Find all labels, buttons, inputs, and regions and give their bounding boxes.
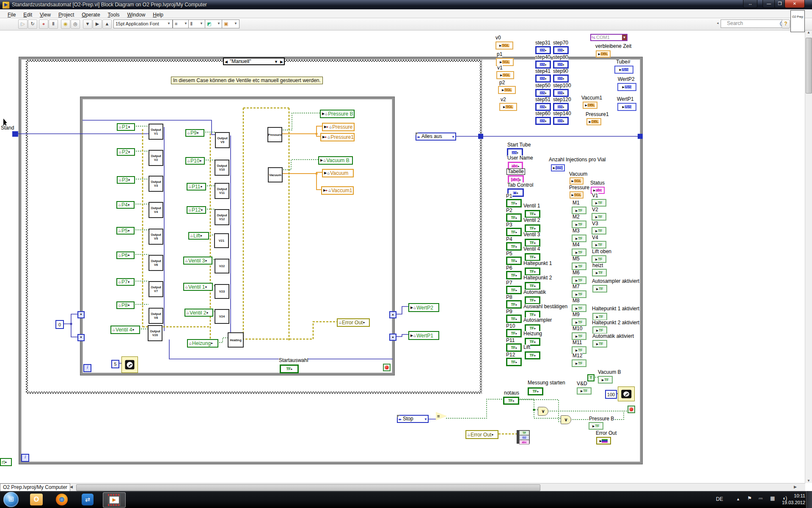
vi-v21[interactable]: V21 xyxy=(214,233,229,248)
enum-dropdown-icon[interactable]: ▼ xyxy=(451,134,455,140)
run-continuous-button[interactable]: ↻ xyxy=(28,19,37,29)
menu-project[interactable]: Project xyxy=(55,11,78,19)
or-gate-1[interactable]: ∨ xyxy=(538,407,548,416)
show-desktop-button[interactable] xyxy=(806,491,812,508)
local-p4[interactable]: ⌂P4▸ xyxy=(116,201,135,209)
const-0[interactable]: 0 xyxy=(55,320,64,329)
pressure-b-ind[interactable]: ▶TF xyxy=(589,422,603,430)
local-p6[interactable]: ⌂P6▸ xyxy=(116,251,135,259)
iteration-inner[interactable]: i xyxy=(83,364,91,372)
step80[interactable]: I32▸ xyxy=(553,61,569,69)
project-context-label[interactable]: O2 Prep.lvproj/My Computer xyxy=(0,483,70,491)
local-p9[interactable]: ⌂P9▸ xyxy=(185,129,204,137)
local-p7[interactable]: ⌂P7▸ xyxy=(116,278,135,286)
local-pressure1[interactable]: ▶▸⌂Pressure1 xyxy=(320,133,355,141)
step60[interactable]: I32▸ xyxy=(535,117,551,125)
menu-file[interactable]: File xyxy=(4,11,19,19)
vi-output-v7[interactable]: OutputV7 xyxy=(149,281,163,297)
step40[interactable]: I32▸ xyxy=(535,61,551,69)
step-into-button[interactable]: ▼ xyxy=(83,19,92,29)
local-wertp2[interactable]: ▶⌂WertP2 xyxy=(408,303,439,312)
m6[interactable]: ▶TF xyxy=(572,276,586,284)
local-ventil1[interactable]: ⌂Ventil 1▸ xyxy=(183,283,213,291)
true-constant[interactable]: T xyxy=(587,374,595,381)
menu-view[interactable]: View xyxy=(36,11,55,19)
taskbar-outlook-icon[interactable]: O xyxy=(25,492,47,507)
step51[interactable]: I32▸ xyxy=(535,103,551,111)
step41[interactable]: I32▸ xyxy=(535,75,551,83)
p11-ctl[interactable]: TF▸ xyxy=(506,343,522,352)
tunnel-loop-right[interactable] xyxy=(638,134,643,139)
shift-right-1[interactable]: ▲ xyxy=(389,311,396,318)
font-selector[interactable]: 15pt Application Font▼ xyxy=(113,19,173,28)
step50[interactable]: I32▸ xyxy=(535,89,551,97)
search-input[interactable]: Search xyxy=(721,19,787,28)
vacuum-b-ind[interactable]: ▶TF xyxy=(598,376,613,384)
menu-help[interactable]: Help xyxy=(149,11,167,19)
taskbar-labview-icon[interactable]: ▶ xyxy=(103,492,126,508)
p2-ctl[interactable]: TF▸ xyxy=(506,213,522,222)
wertp1-ind[interactable]: ▶U32 xyxy=(617,103,636,111)
m1[interactable]: ▶TF xyxy=(572,207,586,214)
wait-ms-1[interactable] xyxy=(618,387,635,401)
vd-ind[interactable]: ▶TF xyxy=(577,387,592,395)
autosampler-aktiviert-ind[interactable]: ▶TF xyxy=(592,285,607,293)
p3-ctl[interactable]: TF▸ xyxy=(506,228,522,236)
v4-ind[interactable]: ▶TF xyxy=(592,241,606,248)
pause-button[interactable]: ‖ xyxy=(49,19,58,29)
local-pressure[interactable]: ▶▸⌂Pressure xyxy=(322,123,355,131)
align-objects-dropdown[interactable]: ≡▼ xyxy=(173,19,190,28)
step-over-button[interactable]: ▶ xyxy=(93,19,102,29)
vacuum-ind[interactable]: ▶SGL xyxy=(570,177,584,185)
wait-ms-2[interactable] xyxy=(121,356,138,373)
local-p10[interactable]: ⌂P10▸ xyxy=(185,157,205,165)
vi-output-v1[interactable]: OutputV1 xyxy=(149,124,163,140)
local-ventil3[interactable]: ⌂Ventil 3▸ xyxy=(183,257,212,265)
local-fragment[interactable]: rt▸ xyxy=(0,458,12,466)
horizontal-scroll-thumb[interactable] xyxy=(76,484,540,491)
retain-wire-values-icon[interactable]: ◎ xyxy=(71,19,80,29)
p6-ctl[interactable]: TF▸ xyxy=(506,271,522,279)
p12-ctl[interactable]: TF▸ xyxy=(506,358,522,366)
vi-pressure[interactable]: Pressure xyxy=(267,127,282,142)
scroll-left-arrow[interactable]: ◀ xyxy=(70,485,73,489)
vertical-scroll-thumb[interactable] xyxy=(806,38,812,94)
local-p2[interactable]: ⌂P2▸ xyxy=(117,148,135,156)
local-lift[interactable]: ⌂Lift▸ xyxy=(188,232,209,240)
p4-ctl[interactable]: TF▸ xyxy=(506,242,522,251)
m12[interactable]: ▶TF xyxy=(572,359,586,367)
pressure-ind[interactable]: ▶SGL xyxy=(570,191,584,199)
local-p3[interactable]: ⌂P3▸ xyxy=(117,176,135,184)
lift-oben-ind[interactable]: ▶TF xyxy=(592,255,606,263)
m2[interactable]: ▶TF xyxy=(572,221,586,228)
loop-stop-outer[interactable] xyxy=(628,406,635,413)
enum-dropdown-icon[interactable]: ▼ xyxy=(424,417,427,422)
v2-ind[interactable]: ▶TF xyxy=(592,213,606,221)
vi-v23[interactable]: V23 xyxy=(215,284,229,299)
step100[interactable]: I32▸ xyxy=(553,89,569,97)
p5-ctl[interactable]: TF▸ xyxy=(506,257,522,265)
run-button[interactable]: ▶ xyxy=(18,19,28,29)
or-gate-2[interactable]: ∨ xyxy=(561,415,571,424)
step70[interactable]: I32▸ xyxy=(553,46,569,54)
menu-edit[interactable]: Edit xyxy=(19,11,36,19)
local-vacuum-b[interactable]: ▶⌂Vacuum B xyxy=(318,156,353,165)
local-p5[interactable]: ⌂P5▸ xyxy=(116,227,135,235)
abort-button[interactable]: ● xyxy=(39,19,48,29)
local-ventil2[interactable]: ⌂Ventil 2▸ xyxy=(184,309,213,317)
shift-right-2[interactable]: ▲ xyxy=(389,334,396,341)
vi-output-v10[interactable]: OutputV10 xyxy=(215,160,229,176)
shift-left-1[interactable]: ▼ xyxy=(77,311,85,318)
power-plug-icon[interactable]: ⎓ xyxy=(759,495,763,508)
language-indicator[interactable]: DE xyxy=(716,496,723,508)
tube-nr[interactable]: ▶U32 xyxy=(614,66,633,74)
p1-ctl[interactable]: TF▸ xyxy=(506,199,522,207)
vi-output-v12[interactable]: OutputV12 xyxy=(215,209,229,225)
error-out-ind[interactable]: ▶ xyxy=(596,437,611,444)
local-error-out-1[interactable]: ⌂Error Out▸ xyxy=(465,430,498,439)
vi-output-v2[interactable]: OutputV2 xyxy=(149,150,163,166)
scroll-up-arrow[interactable]: ▲ xyxy=(805,30,812,34)
close-button[interactable]: ✕ xyxy=(784,0,805,8)
search-scope-arrow[interactable]: ◂ xyxy=(717,21,718,25)
tunnel-case-right[interactable] xyxy=(478,134,483,139)
